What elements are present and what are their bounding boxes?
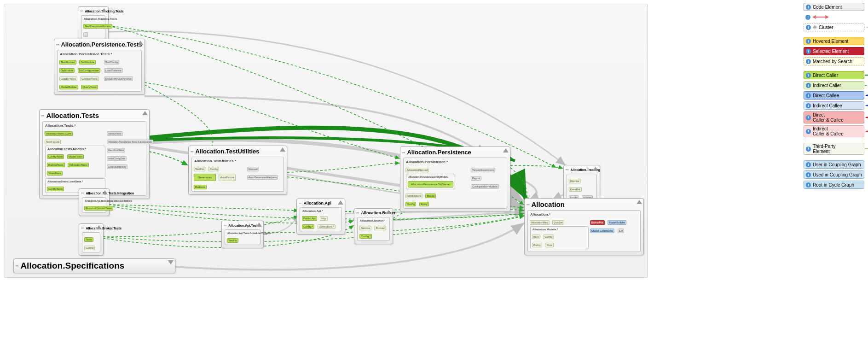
- node-tests[interactable]: ▫▫Allocation.Tests Allocation.Tests.* Al…: [39, 109, 150, 199]
- class-block[interactable]: StateTests: [47, 171, 63, 176]
- node-api-tests-integration[interactable]: ▫▫Allocation.Api.Tests.Integration Alloc…: [79, 188, 110, 216]
- class-block[interactable]: Config: [543, 234, 554, 239]
- class-block[interactable]: AutoFixture: [219, 174, 236, 181]
- class-block[interactable]: Public.Api: [302, 216, 317, 221]
- class-block[interactable]: Rule: [545, 243, 553, 247]
- class-block[interactable]: Http: [320, 216, 328, 221]
- legend-indirect-callee[interactable]: iIndirect Callee: [804, 101, 864, 110]
- collapse-icon[interactable]: [102, 190, 108, 194]
- legend-used-coupling[interactable]: iUsed in Coupling Graph: [804, 170, 864, 179]
- legend-third-party[interactable]: iThird-Party Element: [804, 143, 864, 155]
- legend-direct-caller[interactable]: iDirect Caller: [804, 71, 864, 79]
- class-block[interactable]: Manual: [247, 167, 259, 171]
- class-block[interactable]: AllocationTests.Core: [45, 131, 73, 136]
- node-tracking-tests[interactable]: ▫▫Allocation.Tracking.Tests Allocation.T…: [78, 6, 109, 42]
- class-block[interactable]: ConfigurationModels: [471, 184, 499, 189]
- class-block[interactable]: ExtendedMemory: [107, 164, 127, 169]
- class-block[interactable]: DocSet: [552, 220, 564, 225]
- class-block[interactable]: Model.Extensions: [590, 229, 614, 233]
- node-broker[interactable]: ▫▫Allocation.Broker Allocation.Broker.* …: [354, 208, 393, 244]
- class-block[interactable]: AllocationRec: [530, 220, 550, 225]
- class-block[interactable]: ContextTests: [80, 76, 99, 81]
- class-block[interactable]: Runner: [374, 226, 386, 230]
- class-block[interactable]: AutoGeneratedHelpers: [247, 175, 278, 180]
- collapse-icon[interactable]: [593, 167, 598, 171]
- class-block[interactable]: ...: [83, 32, 88, 37]
- class-block[interactable]: ReadJsonTests: [107, 148, 125, 152]
- class-block[interactable]: Policy: [532, 243, 542, 247]
- class-block[interactable]: AllocationRecord: [405, 168, 429, 172]
- legend-direct-both[interactable]: iDirect Caller & Callee: [804, 111, 864, 123]
- class-block[interactable]: ModelBuilder: [59, 85, 78, 89]
- class-block[interactable]: Builders: [194, 185, 207, 189]
- class-block[interactable]: Target.Extensions: [471, 168, 496, 172]
- class-block[interactable]: TestFixture: [45, 140, 61, 144]
- class-block[interactable]: Config: [208, 167, 219, 171]
- dependency-graph-canvas[interactable]: ▫▫Allocation.Tracking.Tests Allocation.T…: [4, 4, 648, 278]
- node-allocation[interactable]: ▫▫Allocation Allocation.* AllocationRec …: [524, 198, 644, 255]
- class-block[interactable]: ValidationTests: [68, 163, 89, 167]
- class-block[interactable]: Service: [359, 226, 371, 230]
- class-block[interactable]: ConfigTests: [47, 187, 64, 191]
- class-block[interactable]: Export: [471, 176, 481, 181]
- collapse-icon[interactable]: [101, 8, 107, 12]
- class-block[interactable]: Allocation.Persistence.Tests.AutoGenerat…: [107, 140, 153, 144]
- collapse-icon[interactable]: [142, 111, 148, 115]
- class-block[interactable]: LoaderTests: [59, 76, 77, 81]
- class-block[interactable]: TestExecutionMonitor: [83, 24, 112, 29]
- collapse-icon[interactable]: [256, 223, 262, 227]
- node-api-tests[interactable]: ▫▫Allocation.Api.Tests Allocation.Api.Te…: [221, 221, 264, 248]
- legend-arrow-row[interactable]: i: [804, 13, 864, 21]
- class-block[interactable]: Entity: [419, 202, 429, 206]
- legend-cluster[interactable]: i❋Cluster: [804, 23, 864, 31]
- class-block[interactable]: Config: [84, 246, 95, 250]
- class-block[interactable]: ProtocolConfirmTests: [84, 206, 113, 211]
- legend-matched[interactable]: iMatched by Search: [804, 57, 864, 65]
- collapse-icon[interactable]: [96, 225, 102, 229]
- class-block[interactable]: Generators: [194, 174, 216, 181]
- class-block[interactable]: DbConfiguration: [78, 68, 100, 73]
- class-block[interactable]: Ext: [618, 229, 625, 233]
- class-block-selected[interactable]: BuiltInPnt: [590, 220, 605, 225]
- class-block[interactable]: Controllers.*: [318, 224, 336, 229]
- class-block[interactable]: AllocationPersistence.SqlServer: [408, 181, 453, 188]
- collapse-icon[interactable]: [138, 41, 143, 45]
- class-block[interactable]: TestFix: [227, 238, 238, 243]
- legend-direct-callee[interactable]: iDirect Callee: [804, 91, 864, 100]
- class-block[interactable]: TestRunner: [59, 60, 76, 64]
- legend-code-element[interactable]: iCode Element: [804, 3, 864, 11]
- node-broker-tests[interactable]: ▫▫Allocation.Broker.Tests Tests Config: [79, 223, 104, 256]
- class-block[interactable]: Tests: [84, 237, 93, 242]
- class-block[interactable]: SwfModule: [79, 60, 96, 64]
- class-block[interactable]: ReadOnlyQueryTests: [104, 76, 133, 81]
- node-api[interactable]: ▫▫Allocation.Api Allocation.Api.* Public…: [296, 199, 345, 234]
- collapse-icon[interactable]: [503, 148, 509, 152]
- class-block[interactable]: Config: [405, 202, 416, 206]
- class-block[interactable]: InitialConfigData: [107, 156, 127, 161]
- class-block[interactable]: Model: [425, 193, 435, 198]
- legend-selected[interactable]: iSelected Element: [804, 47, 864, 55]
- class-block[interactable]: ModelTests: [67, 154, 84, 159]
- node-test-utilities[interactable]: ▫▫Allocation.TestUtilities Allocation.Te…: [188, 146, 287, 195]
- class-block[interactable]: Item: [532, 234, 540, 239]
- expand-icon[interactable]: [168, 260, 174, 264]
- legend-root-cycle[interactable]: iRoot in Cycle Graph: [804, 181, 864, 189]
- legend-hovered[interactable]: iHovered Element: [804, 37, 864, 45]
- node-specifications[interactable]: ▫▫Allocation.Specifications: [13, 258, 175, 273]
- class-block[interactable]: DataPnt: [569, 187, 582, 192]
- class-block[interactable]: ServiceTests: [107, 131, 122, 136]
- legend-indirect-caller[interactable]: iIndirect Caller: [804, 81, 864, 89]
- collapse-icon[interactable]: [637, 200, 642, 204]
- class-block[interactable]: Config.*: [359, 234, 372, 239]
- class-block[interactable]: QueryTests: [81, 85, 98, 89]
- class-block[interactable]: SwfConfig: [104, 60, 119, 64]
- collapse-icon[interactable]: [386, 210, 391, 214]
- legend-user-coupling[interactable]: iUser in Coupling Graph: [804, 160, 864, 169]
- class-block[interactable]: DpModule: [59, 68, 75, 73]
- legend-indirect-both[interactable]: iIndirect Caller & Callee: [804, 125, 864, 137]
- class-block[interactable]: TestFix: [194, 167, 205, 171]
- class-block[interactable]: Monitor: [569, 179, 581, 183]
- collapse-icon[interactable]: [280, 147, 285, 152]
- class-block[interactable]: Config.*: [302, 224, 314, 229]
- node-persistence-tests[interactable]: ▫▫Allocation.Persistence.Tests Allocatio…: [54, 39, 145, 95]
